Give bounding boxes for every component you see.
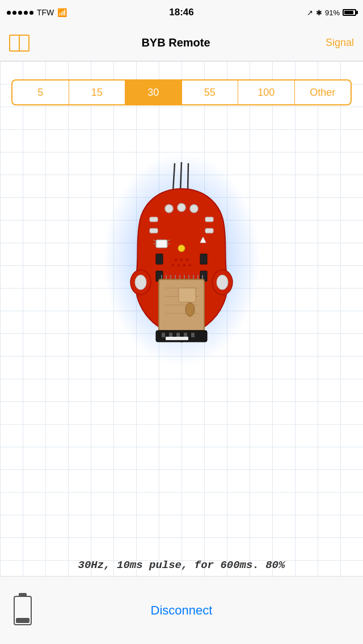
svg-rect-10 [205,217,213,222]
battery-percent: 91% [325,9,340,17]
svg-rect-37 [179,288,196,302]
svg-rect-28 [156,254,163,264]
battery-small-fill [16,618,29,623]
main-content: 5 15 30 55 100 Other [0,61,363,644]
svg-rect-42 [176,333,180,337]
disconnect-button[interactable]: Disconnect [32,603,331,618]
status-bar: TFW 📶 18:46 ↗ ✱ 91% [0,0,363,25]
svg-point-24 [172,264,174,266]
status-text: 30Hz, 10ms pulse, for 600ms. 80% [0,559,363,571]
pcb-illustration [125,158,238,362]
status-left: TFW 📶 [7,8,67,17]
segment-item-55[interactable]: 55 [182,80,239,104]
svg-line-0 [173,163,175,192]
segment-item-15[interactable]: 15 [69,80,126,104]
status-time: 18:46 [169,7,193,18]
battery-small-icon [14,596,32,625]
svg-point-4 [135,275,146,290]
svg-rect-40 [162,333,165,337]
dot3 [18,11,22,15]
svg-line-2 [188,163,188,192]
nav-right[interactable]: Signal [309,37,354,49]
device-area [91,135,272,384]
status-right: ↗ ✱ 91% [307,9,356,17]
signal-dots [7,11,33,15]
svg-rect-45 [166,337,188,340]
svg-point-38 [185,303,195,316]
svg-rect-44 [191,333,195,337]
segment-item-other[interactable]: Other [295,80,351,104]
svg-point-19 [178,245,185,252]
battery-fill [344,11,353,14]
nav-bar: BYB Remote Signal [0,25,363,61]
book-icon[interactable] [9,35,29,52]
segment-item-30[interactable]: 30 [125,80,182,104]
svg-point-25 [178,264,180,266]
segment-control[interactable]: 5 15 30 55 100 Other [11,79,352,105]
segment-item-5[interactable]: 5 [12,80,69,104]
signal-button[interactable]: Signal [326,37,354,48]
svg-point-23 [186,259,188,261]
svg-rect-30 [200,254,207,264]
svg-rect-12 [150,217,158,222]
svg-point-6 [217,275,228,290]
svg-rect-13 [150,228,158,233]
svg-point-26 [183,264,185,266]
bottom-bar: Disconnect [0,576,363,644]
dot4 [24,11,28,15]
svg-point-27 [189,264,191,266]
carrier-label: TFW [37,8,54,17]
svg-rect-11 [205,228,213,233]
battery-icon [343,9,356,16]
svg-rect-14 [156,240,167,248]
dot2 [12,11,16,15]
wifi-icon: 📶 [57,8,67,17]
svg-point-7 [165,205,173,213]
svg-point-21 [175,259,177,261]
svg-line-1 [180,162,182,190]
bluetooth-icon: ✱ [316,9,322,17]
nav-left[interactable] [9,35,43,52]
dot1 [7,11,11,15]
svg-rect-43 [184,333,187,337]
dot5 [29,11,33,15]
nav-title: BYB Remote [141,36,210,49]
svg-point-9 [190,205,198,213]
location-icon: ↗ [307,9,313,17]
svg-rect-41 [169,333,172,337]
svg-point-8 [178,204,185,211]
svg-point-22 [180,259,183,261]
segment-item-100[interactable]: 100 [238,80,295,104]
